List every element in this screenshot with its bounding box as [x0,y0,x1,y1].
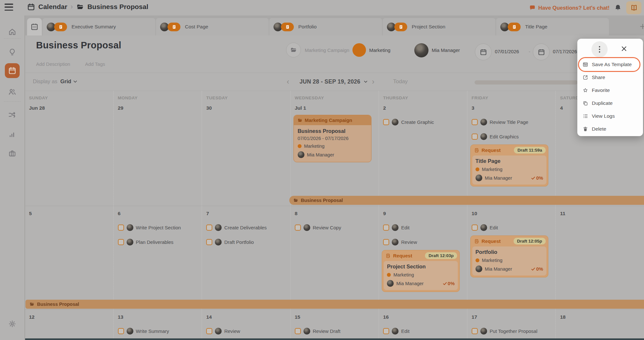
calendar-cell[interactable]: 6Write Project SectionPlan Deliverables [113,206,202,309]
menu-item-duplicate[interactable]: Duplicate [577,97,643,110]
task-item[interactable]: Create Graphic [383,119,463,125]
tab-project-section[interactable]: Project Section [383,18,495,35]
notifications-bell-icon[interactable] [614,4,622,12]
tab-calendar-view[interactable] [27,18,42,35]
task-checkbox[interactable] [472,119,478,125]
task-checkbox[interactable] [206,328,212,334]
task-checkbox[interactable] [383,328,389,334]
add-description-link[interactable]: Add Description [36,61,70,67]
docs-book-button[interactable] [626,1,641,14]
request-card[interactable]: RequestDraft 12:03pProject SectionMarket… [382,250,460,292]
hamburger-menu-icon[interactable] [5,4,13,11]
calendar-cell[interactable]: 16Edit [379,310,467,340]
task-item[interactable]: Edit [383,224,463,231]
task-checkbox[interactable] [206,225,212,231]
prev-range-button[interactable]: ‹ [285,77,291,86]
owner-avatar[interactable] [414,43,428,57]
calendar-cell[interactable]: 18 [555,310,644,340]
task-checkbox[interactable] [295,225,301,231]
horizontal-scrollbar-thumb[interactable] [475,80,578,85]
date-range-dropdown[interactable]: JUN 28 - SEP 19, 2026 [300,78,368,85]
task-item[interactable]: Review Copy [295,224,374,231]
sidebar-item-calendar[interactable] [5,63,20,78]
sidebar-item-bar-chart[interactable] [5,127,20,142]
sidebar-item-shuffle[interactable] [5,107,20,122]
menu-item-save-as-template[interactable]: Save As Template [577,58,643,71]
breadcrumb-project[interactable]: Business Proposal [87,3,148,11]
sidebar-item-people[interactable] [5,85,20,99]
sidebar-item-settings-gear[interactable] [5,316,20,331]
task-item[interactable]: Review [206,328,286,335]
task-item[interactable]: Review [383,239,463,245]
task-checkbox[interactable] [206,239,212,245]
task-checkbox[interactable] [118,239,124,245]
project-card[interactable]: Marketing CampaignBusiness Proposal07/01… [293,115,371,162]
add-tags-link[interactable]: Add Tags [85,61,105,67]
start-date-value[interactable]: 07/01/2026 [495,49,519,54]
today-button[interactable]: Today [393,78,408,85]
calendar-cell[interactable]: 8Review Copy [290,206,379,309]
task-checkbox[interactable] [472,328,478,334]
menu-item-favorite[interactable]: Favorite [577,84,643,97]
task-item[interactable]: Plan Deliverables [118,239,197,245]
tab-title-page[interactable]: Title Page [496,18,609,35]
calendar-cell[interactable]: WEDNESDAYJul 1Marketing CampaignBusiness… [290,91,379,206]
calendar-cell[interactable]: 13Write Summary [113,310,202,340]
menu-item-delete[interactable]: Delete [577,123,643,135]
task-item[interactable]: Edit [472,224,551,231]
calendar-cell[interactable]: MONDAY29 [113,91,202,206]
calendar-cell[interactable]: 14Review [202,310,290,340]
sidebar-item-lightbulb[interactable] [5,45,20,60]
task-item[interactable]: Draft Portfolio [206,239,286,245]
end-date-picker[interactable] [533,44,550,60]
calendar-cell[interactable]: 17Put Together Proposal [467,310,556,340]
task-item[interactable]: Create Deliverables [206,224,286,231]
request-card[interactable]: RequestDraft 12:05pPortfolioMarketingMia… [470,235,548,277]
task-checkbox[interactable] [383,225,389,231]
team-color-dot[interactable] [352,43,366,57]
end-date-value[interactable]: 07/17/2026 [553,49,577,54]
task-item[interactable]: Edit [383,328,463,335]
task-item[interactable]: Edit Graphics [472,133,551,140]
tab-cost-page[interactable]: Cost Page [156,18,269,35]
task-checkbox[interactable] [118,328,124,334]
calendar-cell[interactable]: TUESDAY30 [202,91,290,206]
next-range-button[interactable]: › [370,77,377,86]
calendar-cell[interactable]: 7Create DeliverablesDraft Portfolio [202,206,290,309]
sidebar-item-briefcase[interactable] [5,146,20,161]
project-span-bar[interactable]: Business Proposal [289,196,644,205]
more-options-button[interactable] [591,41,608,57]
calendar-cell[interactable]: FRIDAY3Review Title PageEdit GraphicsReq… [467,91,556,206]
task-item[interactable]: Review Draft [295,328,374,335]
tab-executive-summary[interactable]: Executive Summary [43,18,155,35]
task-checkbox[interactable] [383,119,389,125]
task-item[interactable]: Review Title Page [472,119,551,125]
start-date-picker[interactable] [475,44,492,60]
calendar-cell[interactable]: 5 [25,206,113,309]
task-item[interactable]: Write Project Section [118,224,197,231]
task-checkbox[interactable] [118,225,124,231]
menu-item-view-logs[interactable]: View Logs [577,110,643,123]
calendar-cell[interactable]: 11 [555,206,644,309]
task-checkbox[interactable] [472,134,478,140]
chat-link[interactable]: Have Questions? Let's chat! [529,5,610,11]
task-checkbox[interactable] [295,328,301,334]
project-span-bar[interactable]: Business Proposal [25,300,644,309]
portfolio-folder-chip[interactable] [286,43,301,57]
breadcrumb-calendar[interactable]: Calendar [38,3,67,11]
add-tab-button[interactable] [639,23,644,30]
task-checkbox[interactable] [383,239,389,245]
task-item[interactable]: Write Summary [118,328,197,335]
calendar-cell[interactable]: THURSDAY2Create Graphic [379,91,467,206]
calendar-cell[interactable]: 10EditRequestDraft 12:05pPortfolioMarket… [467,206,556,309]
tab-portfolio[interactable]: Portfolio [269,18,382,35]
display-mode-dropdown[interactable]: Grid [60,78,78,85]
calendar-cell[interactable]: 12 [25,310,113,340]
task-checkbox[interactable] [472,225,478,231]
close-icon[interactable] [620,45,628,53]
team-name[interactable]: Marketing [369,47,390,53]
request-card[interactable]: RequestDraft 11:59aTitle PageMarketingMi… [470,145,548,186]
calendar-cell[interactable]: SUNDAYJun 28 [25,91,113,206]
menu-item-share[interactable]: Share [577,71,643,84]
task-item[interactable]: Put Together Proposal [472,328,551,335]
